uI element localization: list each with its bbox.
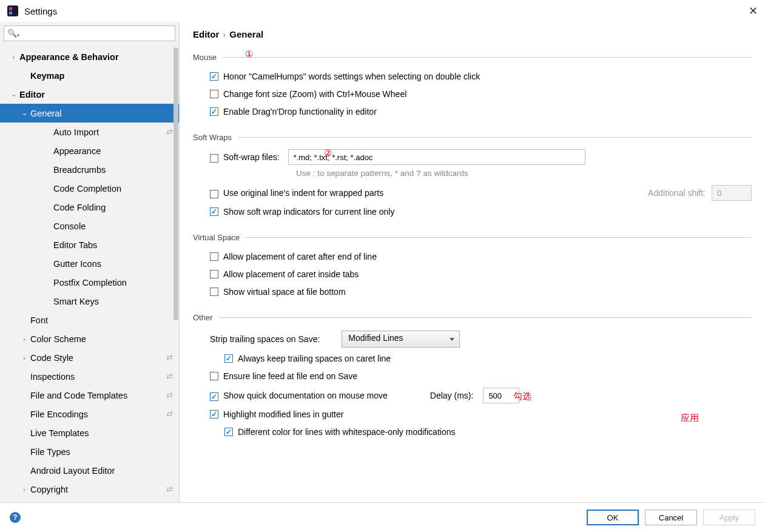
footer: ? OK Cancel Apply: [0, 502, 765, 532]
tree-label: File and Code Templates: [30, 391, 166, 400]
tree-item[interactable]: Code Folding: [0, 198, 179, 217]
tree-item[interactable]: Auto Import⇄: [0, 123, 179, 141]
tree-item[interactable]: File and Code Templates⇄: [0, 386, 179, 405]
delay-input[interactable]: [483, 388, 519, 403]
tree-item[interactable]: File Encodings⇄: [0, 405, 179, 423]
chevron-icon: ›: [10, 53, 17, 61]
tree-item[interactable]: ⌄Editor: [0, 85, 179, 104]
tree-label: General: [30, 109, 173, 118]
tree-item[interactable]: ›Color Scheme: [0, 329, 179, 348]
linked-icon: ⇄: [166, 391, 173, 400]
tree-label: Live Templates: [30, 428, 173, 438]
tree-item[interactable]: ›Appearance & Behavior: [0, 47, 179, 66]
chk-keepspaces[interactable]: [224, 354, 233, 363]
linked-icon: ⇄: [166, 372, 173, 381]
chevron-icon: ⌄: [21, 109, 28, 117]
tree-label: Postfix Completion: [53, 278, 173, 288]
linked-icon: ⇄: [166, 409, 173, 419]
tree-item[interactable]: Gutter Icons: [0, 254, 179, 273]
chk-zoom[interactable]: [210, 90, 218, 98]
linked-icon: ⇄: [166, 353, 173, 362]
tree-label: Appearance: [53, 146, 173, 156]
tree-label: Copyright: [30, 485, 166, 494]
svg-rect-2: [9, 12, 12, 15]
section-softwraps: Soft Wraps: [193, 133, 752, 142]
tree-label: Editor: [19, 90, 173, 99]
chevron-icon: ›: [21, 354, 28, 362]
tree-label: Code Style: [30, 353, 166, 363]
tree-item[interactable]: Console: [0, 217, 179, 235]
close-icon[interactable]: ✕: [749, 4, 758, 18]
tree-label: Android Layout Editor: [30, 466, 173, 476]
strip-select[interactable]: Modified Lines: [342, 331, 460, 348]
tree-item[interactable]: ⌄General: [0, 104, 179, 123]
tree-item[interactable]: File Types: [0, 442, 179, 461]
help-icon[interactable]: ?: [10, 512, 21, 523]
tree-item[interactable]: Appearance: [0, 141, 179, 160]
tree-label: Gutter Icons: [53, 259, 173, 269]
delay-label: Delay (ms):: [430, 391, 474, 400]
apply-button[interactable]: Apply: [703, 510, 755, 525]
tree-label: Editor Tabs: [53, 240, 173, 250]
tree-label: Color Scheme: [30, 334, 173, 344]
strip-label: Strip trailing spaces on Save:: [210, 334, 320, 344]
chk-diffcolor[interactable]: [224, 428, 233, 436]
tree-item[interactable]: Editor Tabs: [0, 235, 179, 254]
ok-button[interactable]: OK: [587, 510, 639, 525]
tree-label: Auto Import: [53, 127, 166, 137]
chk-caret-eol[interactable]: [210, 252, 218, 261]
cancel-button[interactable]: Cancel: [645, 510, 697, 525]
tree-label: Code Completion: [53, 184, 173, 194]
app-icon: [7, 5, 18, 16]
titlebar: Settings ✕: [0, 0, 765, 22]
content-panel: Editor›General Mouse Honor "CamelHumps" …: [180, 22, 765, 502]
tree-item[interactable]: Postfix Completion: [0, 273, 179, 292]
tree-item[interactable]: Keymap: [0, 66, 179, 85]
section-other: Other: [193, 313, 752, 322]
tree-label: Smart Keys: [53, 297, 173, 306]
chk-dragdrop[interactable]: [210, 107, 218, 116]
tree-label: Inspections: [30, 372, 166, 382]
tree-label: File Encodings: [30, 409, 166, 419]
chk-highlight[interactable]: [210, 410, 218, 419]
softwrap-label: Soft-wrap files:: [223, 152, 280, 162]
tree-label: Breadcrumbs: [53, 165, 173, 175]
linked-icon: ⇄: [166, 485, 173, 494]
tree-item[interactable]: Smart Keys: [0, 292, 179, 311]
chk-camelhumps[interactable]: [210, 72, 218, 81]
settings-tree[interactable]: ›Appearance & BehaviorKeymap⌄Editor⌄Gene…: [0, 45, 179, 502]
chevron-icon: ⌄: [10, 90, 17, 98]
linked-icon: ⇄: [166, 127, 173, 136]
chk-caret-tabs[interactable]: [210, 270, 218, 278]
chk-vspace-bottom[interactable]: [210, 288, 218, 296]
tree-item[interactable]: Breadcrumbs: [0, 160, 179, 179]
section-vspace: Virtual Space: [193, 233, 752, 242]
tree-item[interactable]: Inspections⇄: [0, 367, 179, 386]
scrollbar-thumb[interactable]: [174, 47, 178, 320]
tree-item[interactable]: ›Copyright⇄: [0, 480, 179, 499]
chk-linefeed[interactable]: [210, 372, 218, 380]
tree-label: Appearance & Behavior: [19, 52, 173, 62]
addshift-label: Additional shift:: [648, 188, 706, 198]
search-input[interactable]: [4, 25, 175, 41]
tree-item[interactable]: ›Code Style⇄: [0, 348, 179, 367]
breadcrumb: Editor›General: [193, 29, 752, 39]
chk-quickdoc[interactable]: [210, 392, 218, 401]
tree-item[interactable]: Live Templates: [0, 423, 179, 442]
chk-softwrapind[interactable]: [210, 207, 218, 216]
tree-label: Keymap: [30, 71, 173, 81]
tree-label: Code Folding: [53, 203, 173, 212]
tree-item[interactable]: Android Layout Editor: [0, 461, 179, 480]
softwrap-patterns-input[interactable]: [288, 149, 585, 165]
tree-item[interactable]: Font: [0, 311, 179, 329]
sidebar: 🔍▾ ›Appearance & BehaviorKeymap⌄Editor⌄G…: [0, 22, 180, 502]
window-title: Settings: [24, 6, 57, 16]
tree-label: Console: [53, 221, 173, 231]
tree-item[interactable]: Code Completion: [0, 179, 179, 198]
softwrap-hint: Use ; to separate patterns, * and ? as w…: [193, 169, 752, 178]
chevron-icon: ›: [21, 335, 28, 343]
chk-useindent[interactable]: [210, 190, 218, 198]
chk-softwrap[interactable]: [210, 154, 218, 163]
tree-label: File Types: [30, 447, 173, 457]
svg-rect-0: [7, 5, 18, 16]
